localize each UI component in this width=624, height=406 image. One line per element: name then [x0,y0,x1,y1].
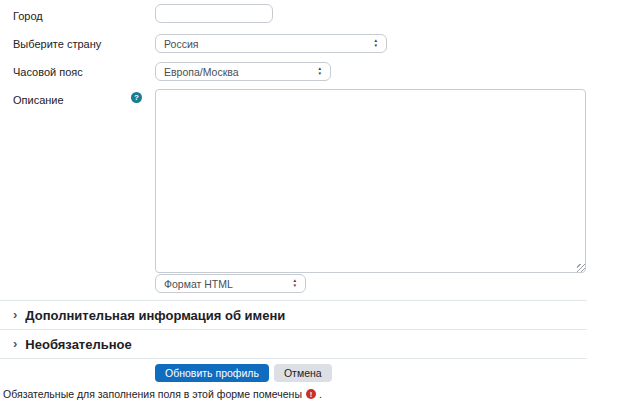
description-textarea[interactable] [155,89,586,273]
divider [0,300,587,301]
section-title: Дополнительная информация об имени [25,308,285,323]
section-optional[interactable]: › Необязательное [0,333,587,355]
country-select[interactable]: Россия ▲ ▼ [155,34,387,53]
timezone-select-value: Европа/Москва [164,66,311,78]
update-profile-button[interactable]: Обновить профиль [155,364,269,382]
resize-handle-icon[interactable] [577,264,585,272]
country-select-value: Россия [164,38,367,50]
country-label: Выберите страну [13,37,101,51]
chevron-right-icon: › [13,337,17,350]
city-input[interactable] [155,4,273,23]
city-label: Город [13,9,43,23]
format-select[interactable]: Формат HTML ▲ ▼ [155,274,306,293]
section-additional-names[interactable]: › Дополнительная информация об имени [0,304,587,326]
profile-edit-form: Город Выберите страну Россия ▲ ▼ Часовой… [0,0,624,406]
select-arrows-icon: ▲ ▼ [317,67,322,76]
section-title: Необязательное [25,337,131,352]
chevron-right-icon: › [13,308,17,321]
timezone-label: Часовой пояс [13,65,83,79]
format-select-value: Формат HTML [164,278,286,290]
required-fields-note: Обязательные для заполнения поля в этой … [3,388,322,400]
required-icon: ! [306,389,316,399]
required-note-suffix: . [319,388,322,400]
required-note-text: Обязательные для заполнения поля в этой … [3,388,302,400]
cancel-button[interactable]: Отмена [274,364,332,382]
select-arrows-icon: ▲ ▼ [292,279,297,288]
help-icon[interactable]: ? [131,92,142,103]
form-actions: Обновить профиль Отмена [155,364,332,382]
timezone-select[interactable]: Европа/Москва ▲ ▼ [155,62,331,81]
divider [0,329,587,330]
divider [0,358,587,359]
select-arrows-icon: ▲ ▼ [373,39,378,48]
description-label: Описание [13,93,64,107]
